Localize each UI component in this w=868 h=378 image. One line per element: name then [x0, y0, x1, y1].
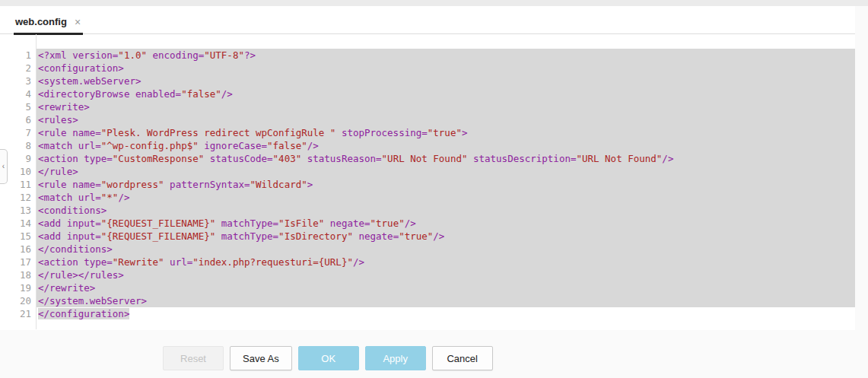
code-line-text: <action type="CustomResponse" statusCode…: [36, 152, 855, 165]
code-line[interactable]: 9<action type="CustomResponse" statusCod…: [0, 152, 855, 165]
line-number: 21: [0, 307, 36, 320]
line-number: 7: [0, 126, 36, 139]
code-editor[interactable]: 1<?xml version="1.0" encoding="UTF-8"?>2…: [0, 34, 855, 329]
line-number: 18: [0, 268, 36, 281]
code-line-text: <rule name="wordpress" patternSyntax="Wi…: [36, 178, 855, 191]
sidebar-collapse-handle[interactable]: ‹: [0, 149, 8, 184]
line-number: 2: [0, 62, 36, 75]
line-number: 5: [0, 100, 36, 113]
code-line[interactable]: 14<add input="{REQUEST_FILENAME}" matchT…: [0, 217, 855, 230]
gutter-divider: [36, 34, 37, 329]
code-line-text: <add input="{REQUEST_FILENAME}" matchTyp…: [36, 230, 855, 243]
code-lines: 1<?xml version="1.0" encoding="UTF-8"?>2…: [0, 49, 855, 320]
code-line[interactable]: 21</configuration>: [0, 307, 855, 320]
apply-button[interactable]: Apply: [365, 346, 426, 370]
code-line[interactable]: 16</conditions>: [0, 243, 855, 256]
editor-panel: web.config × 1<?xml version="1.0" encodi…: [0, 6, 855, 330]
code-line-text: </rule>: [36, 165, 855, 178]
line-number: 15: [0, 230, 36, 243]
code-line-text: </rule></rules>: [36, 268, 855, 281]
code-line[interactable]: 10</rule>: [0, 165, 855, 178]
line-number: 4: [0, 87, 36, 100]
code-line-text: <rewrite>: [36, 100, 855, 113]
line-number: 17: [0, 256, 36, 268]
footer-button-row: ResetSave AsOKApplyCancel: [163, 346, 493, 370]
line-number: 3: [0, 75, 36, 87]
code-line[interactable]: 12<match url="*"/>: [0, 191, 855, 204]
code-line[interactable]: 17<action type="Rewrite" url="index.php?…: [0, 256, 855, 268]
cancel-button[interactable]: Cancel: [432, 346, 493, 370]
code-line-text: </configuration>: [36, 307, 855, 320]
code-line[interactable]: 18</rule></rules>: [0, 268, 855, 281]
code-line-text: <conditions>: [36, 204, 855, 217]
tab-web-config[interactable]: web.config ×: [14, 8, 83, 35]
ok-button[interactable]: OK: [298, 346, 359, 370]
line-number: 16: [0, 243, 36, 256]
code-line-text: </conditions>: [36, 243, 855, 256]
code-line-text: <action type="Rewrite" url="index.php?re…: [36, 256, 855, 268]
code-line-text: <match url="^wp-config.php$" ignoreCase=…: [36, 139, 855, 152]
code-line[interactable]: 2<configuration>: [0, 62, 855, 75]
tab-label: web.config: [15, 16, 67, 27]
code-line[interactable]: 11<rule name="wordpress" patternSyntax="…: [0, 178, 855, 191]
code-line-text: <match url="*"/>: [36, 191, 855, 204]
code-line[interactable]: 3<system.webServer>: [0, 75, 855, 87]
line-number: 19: [0, 281, 36, 294]
code-line[interactable]: 20</system.webServer>: [0, 294, 855, 307]
chevron-left-icon: ‹: [2, 163, 5, 170]
code-line[interactable]: 13<conditions>: [0, 204, 855, 217]
code-line-text: <configuration>: [36, 62, 855, 75]
code-line-text: <?xml version="1.0" encoding="UTF-8"?>: [36, 49, 855, 62]
line-number: 12: [0, 191, 36, 204]
code-line[interactable]: 4<directoryBrowse enabled="false"/>: [0, 87, 855, 100]
code-line[interactable]: 7<rule name="Plesk. WordPress redirect w…: [0, 126, 855, 139]
code-line[interactable]: 19</rewrite>: [0, 281, 855, 294]
code-line[interactable]: 15<add input="{REQUEST_FILENAME}" matchT…: [0, 230, 855, 243]
code-line-text: <add input="{REQUEST_FILENAME}" matchTyp…: [36, 217, 855, 230]
code-line-text: </rewrite>: [36, 281, 855, 294]
code-line-text: <system.webServer>: [36, 75, 855, 87]
tab-bar: web.config ×: [0, 6, 855, 34]
line-number: 1: [0, 49, 36, 62]
top-strip: [0, 0, 868, 6]
code-line-text: <directoryBrowse enabled="false"/>: [36, 87, 855, 100]
code-line-text: <rules>: [36, 113, 855, 126]
line-number: 14: [0, 217, 36, 230]
code-line[interactable]: 5<rewrite>: [0, 100, 855, 113]
code-line[interactable]: 1<?xml version="1.0" encoding="UTF-8"?>: [0, 49, 855, 62]
close-icon[interactable]: ×: [74, 17, 81, 27]
code-line[interactable]: 6<rules>: [0, 113, 855, 126]
line-number: 20: [0, 294, 36, 307]
save-as-button[interactable]: Save As: [230, 346, 292, 370]
code-line[interactable]: 8<match url="^wp-config.php$" ignoreCase…: [0, 139, 855, 152]
line-number: 6: [0, 113, 36, 126]
reset-button: Reset: [163, 346, 224, 370]
code-line-text: <rule name="Plesk. WordPress redirect wp…: [36, 126, 855, 139]
line-number: 13: [0, 204, 36, 217]
code-line-text: </system.webServer>: [36, 294, 855, 307]
